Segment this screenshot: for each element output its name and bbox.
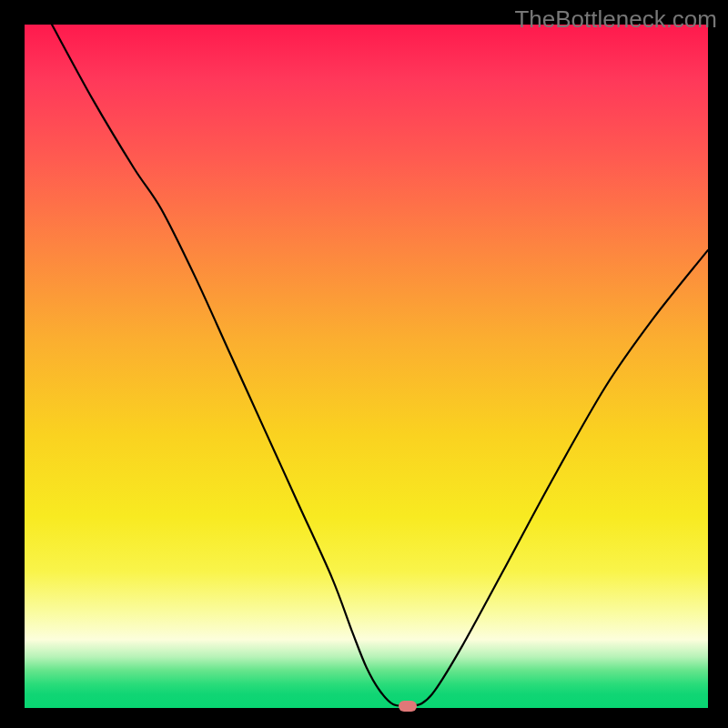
watermark-text: TheBottleneck.com xyxy=(514,5,717,34)
bottleneck-curve xyxy=(52,25,708,706)
chart-svg xyxy=(25,25,708,708)
chart-plot-area xyxy=(25,25,708,708)
minimum-marker xyxy=(399,701,417,712)
